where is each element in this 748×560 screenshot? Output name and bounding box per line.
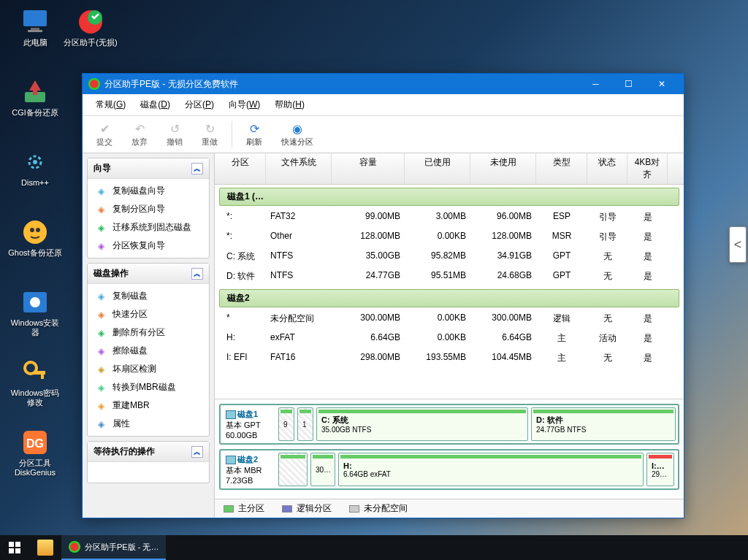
grid-col-header[interactable]: 4KB对齐	[627, 153, 668, 184]
panel-item[interactable]: ◈重建MBR	[88, 396, 209, 415]
grid-col-header[interactable]: 状态	[587, 153, 627, 184]
taskbar-explorer[interactable]	[29, 535, 61, 560]
collapse-icon[interactable]: ︽	[191, 268, 203, 280]
start-button[interactable]	[0, 535, 29, 560]
usage-bar	[649, 455, 672, 459]
partition-row[interactable]: D: 软件NTFS24.77GB95.51MB24.68GBGPT无是	[215, 266, 684, 286]
disk-header[interactable]: 磁盘1 (…	[219, 188, 679, 206]
undo-icon: ↺	[167, 121, 182, 136]
grid-col-header[interactable]: 分区	[215, 153, 266, 184]
panel-diskops-title: 磁盘操作	[94, 267, 129, 280]
panel-item[interactable]: ◈复制磁盘	[88, 287, 209, 305]
panel-diskops: 磁盘操作 ︽ ◈复制磁盘◈快速分区◈删除所有分区◈擦除磁盘◈坏扇区检测◈转换到M…	[87, 263, 210, 437]
key-icon	[20, 358, 50, 387]
disk-header[interactable]: 磁盘2	[219, 289, 679, 307]
partition-row[interactable]: C: 系统NTFS35.00GB95.82MB34.91GBGPT无是	[215, 247, 684, 266]
desktop-icon[interactable]: Ghost备份还原	[7, 218, 63, 258]
disk-map: 磁盘1基本 GPT60.00GB91C: 系统35.00GB NTFSD: 软件…	[215, 399, 684, 499]
svg-point-10	[36, 228, 40, 232]
menu-item[interactable]: 帮助(H)	[267, 96, 312, 113]
partition-segment[interactable]: D: 软件24.77GB NTFS	[531, 407, 676, 441]
disk-info[interactable]: 磁盘1基本 GPT60.00GB	[223, 407, 275, 441]
panel-item[interactable]: ◈快速分区	[88, 305, 209, 323]
svg-point-8	[23, 220, 47, 244]
toolbar-commit-button: ✔提交	[88, 119, 121, 150]
menu-item[interactable]: 常规(G)	[88, 96, 133, 113]
toolbar-label: 重做	[202, 137, 218, 147]
partition-row[interactable]: *未分配空间300.00MB0.00KB300.00MB逻辑无是	[215, 309, 684, 329]
toolbar-label: 放弃	[131, 137, 148, 147]
panel-item[interactable]: ◈分区恢复向导	[88, 237, 209, 255]
panel-pending: 等待执行的操作 ︽	[87, 441, 210, 483]
item-icon: ◈	[95, 364, 107, 375]
menu-item[interactable]: 向导(W)	[221, 96, 267, 113]
usage-bar	[340, 455, 641, 459]
svg-rect-18	[9, 542, 14, 547]
panel-item[interactable]: ◈复制磁盘向导	[88, 182, 209, 200]
panel-item[interactable]: ◈迁移系统到固态磁盘	[88, 218, 209, 237]
legend-item: 未分配空间	[349, 502, 408, 515]
svg-text:DG: DG	[26, 437, 44, 450]
partition-segment[interactable]: C: 系统35.00GB NTFS	[316, 407, 528, 441]
desktop-icon-label: Ghost备份还原	[7, 248, 63, 258]
desktop-icon[interactable]: DG分区工具DiskGenius	[7, 428, 63, 477]
svg-point-12	[30, 297, 40, 307]
close-button[interactable]: ✕	[645, 74, 678, 94]
ghost-icon	[20, 218, 50, 247]
partition-row[interactable]: *:FAT3299.00MB3.00MB96.00MBESP引导是	[215, 207, 684, 227]
usage-bar	[318, 410, 526, 413]
desktop-icon[interactable]: Windows密码修改	[7, 358, 63, 407]
partition-segment[interactable]	[278, 453, 308, 486]
svg-rect-20	[9, 548, 14, 553]
partition-segment[interactable]: 1	[297, 407, 313, 441]
grid-col-header[interactable]: 已使用	[405, 153, 470, 184]
desktop-icon-label: CGI备份还原	[7, 108, 63, 118]
item-label: 复制磁盘向导	[112, 185, 165, 197]
item-label: 坏扇区检测	[112, 363, 156, 375]
grid-col-header[interactable]: 文件系统	[266, 153, 332, 184]
side-arrow-widget[interactable]: <	[729, 226, 747, 263]
desktop-icon[interactable]: 分区助手(无损)	[63, 7, 118, 47]
desktop-icon-label: 此电脑	[7, 38, 63, 47]
disk-info[interactable]: 磁盘2基本 MBR7.23GB	[223, 453, 275, 486]
panel-item[interactable]: ◈坏扇区检测	[88, 360, 209, 378]
collapse-icon[interactable]: ︽	[191, 446, 203, 458]
menu-item[interactable]: 分区(P)	[178, 96, 221, 113]
panel-item[interactable]: ◈删除所有分区	[88, 323, 209, 342]
item-icon: ◈	[95, 240, 107, 252]
partition-row[interactable]: *:Other128.00MB0.00KB128.00MBMSR引导是	[215, 227, 684, 247]
toolbar-refresh-button[interactable]: ⟳刷新	[238, 119, 270, 150]
partition-row[interactable]: H:exFAT6.64GB0.00KB6.64GB主活动是	[215, 329, 684, 348]
partition-segment[interactable]: H:6.64GB exFAT	[338, 453, 644, 486]
desktop-icon[interactable]: CGI备份还原	[7, 77, 63, 118]
svg-rect-2	[28, 30, 42, 32]
legend-swatch	[349, 505, 359, 513]
svg-rect-21	[15, 548, 20, 553]
item-icon: ◈	[95, 204, 107, 215]
item-label: 复制分区向导	[112, 203, 165, 215]
grid-col-header[interactable]: 类型	[536, 153, 587, 184]
menu-item[interactable]: 磁盘(D)	[133, 96, 178, 113]
taskbar-app-task[interactable]: 分区助手PE版 - 无…	[61, 535, 166, 560]
panel-item[interactable]: ◈擦除磁盘	[88, 342, 209, 360]
panel-item[interactable]: ◈转换到MBR磁盘	[88, 378, 209, 396]
toolbar-quick-button[interactable]: ◉快速分区	[273, 119, 321, 150]
minimize-button[interactable]: ─	[579, 74, 612, 94]
partition-segment[interactable]: 9	[278, 407, 294, 441]
maximize-button[interactable]: ☐	[612, 74, 645, 94]
grid-col-header[interactable]: 未使用	[470, 153, 536, 184]
desktop-icon[interactable]: 此电脑	[7, 7, 63, 47]
task-label: 分区助手PE版 - 无…	[85, 542, 159, 553]
item-label: 复制磁盘	[112, 290, 148, 302]
item-icon: ◈	[95, 345, 107, 357]
desktop-icon[interactable]: Windows安装器	[7, 288, 63, 337]
partition-row[interactable]: I: EFIFAT16298.00MB193.55MB104.45MB主无是	[215, 348, 684, 368]
partition-segment[interactable]: 30…	[310, 453, 335, 486]
partition-segment[interactable]: I:…29…	[646, 453, 674, 486]
disk-icon	[226, 410, 236, 419]
grid-col-header[interactable]: 容量	[332, 153, 405, 184]
panel-item[interactable]: ◈属性	[88, 415, 209, 433]
desktop-icon[interactable]: Dism++	[7, 147, 63, 188]
panel-item[interactable]: ◈复制分区向导	[88, 200, 209, 218]
collapse-icon[interactable]: ︽	[191, 163, 203, 174]
